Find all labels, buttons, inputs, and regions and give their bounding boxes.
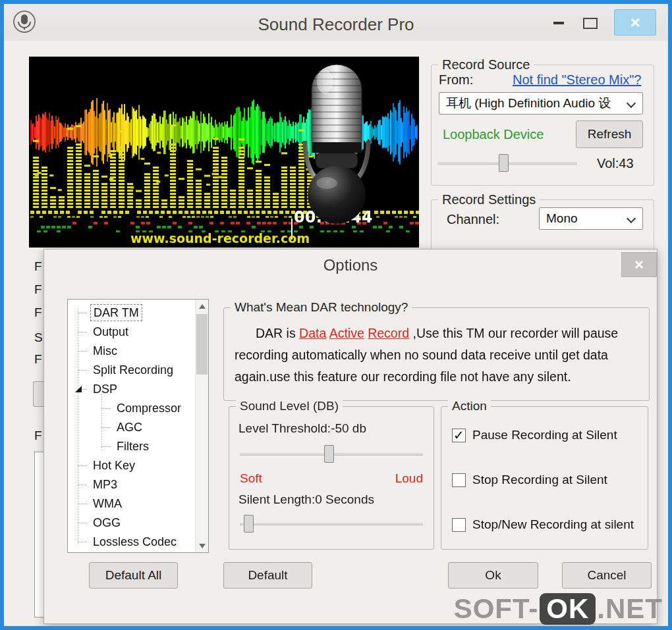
tree-item-hot-key[interactable]: Hot Key: [68, 456, 195, 475]
chevron-down-icon: [627, 99, 636, 108]
clipped-label: S: [34, 330, 43, 345]
tree-item-label: OGG: [90, 513, 123, 533]
close-button[interactable]: ×: [614, 9, 656, 36]
action-checkbox-row[interactable]: Stop/New Recording at silent: [452, 516, 642, 533]
default-all-button[interactable]: Default All: [89, 562, 178, 589]
action-group: Action ✓Pause Recording at SilentStop Re…: [441, 406, 648, 550]
tree-item-label: Hot Key: [90, 456, 138, 475]
silent-length-slider[interactable]: [240, 515, 423, 533]
level-threshold-slider[interactable]: [240, 445, 423, 463]
close-icon: ×: [630, 14, 640, 31]
triangle-up-icon: [199, 304, 206, 309]
default-button[interactable]: Default: [223, 562, 312, 589]
minimize-button[interactable]: [546, 13, 572, 33]
action-checkbox-row[interactable]: Stop Recording at Silent: [452, 471, 642, 488]
tree-item-mp3[interactable]: MP3: [68, 475, 195, 494]
channel-value: Mono: [546, 211, 578, 226]
clipped-label: F: [34, 429, 42, 443]
clipped-label: F: [34, 305, 42, 320]
tree-item-output[interactable]: Output: [68, 323, 195, 342]
silent-slider-thumb[interactable]: [244, 515, 254, 533]
record-source-title: Record Source: [438, 57, 534, 72]
scrollbar-down-arrow[interactable]: [196, 539, 208, 552]
maximize-button[interactable]: [576, 13, 605, 33]
options-dialog: Options × DAR TMOutputMiscSplit Recordin…: [43, 249, 658, 624]
ok-badge: OK: [540, 593, 596, 625]
tree-item-compressor[interactable]: Compressor: [68, 399, 195, 418]
triangle-down-icon: [199, 544, 206, 548]
clipped-label: F: [34, 282, 42, 297]
checkbox-unchecked[interactable]: [452, 518, 466, 532]
dar-word-active: Active: [329, 326, 364, 340]
silent-slider-track[interactable]: [240, 523, 423, 525]
dar-group-title: What's Mean DAR technology?: [231, 300, 412, 315]
close-icon: ×: [634, 255, 644, 274]
record-device-combo[interactable]: 耳机 (High Definition Audio 设: [439, 92, 643, 115]
tree-scrollbar[interactable]: [195, 300, 208, 552]
from-label: From:: [439, 72, 473, 88]
soft-label: Soft: [240, 471, 262, 486]
tree-item-ogg[interactable]: OGG: [68, 513, 195, 533]
tree-item-dar-tm[interactable]: DAR TM: [68, 303, 195, 323]
tree-item-agc[interactable]: AGC: [68, 418, 195, 437]
tree-item-label: Compressor: [114, 399, 184, 418]
refresh-button[interactable]: Refresh: [576, 120, 643, 148]
loud-label: Loud: [395, 471, 423, 486]
scrollbar-thumb[interactable]: [196, 314, 208, 375]
channel-combo[interactable]: Mono: [539, 207, 643, 230]
action-group-title: Action: [448, 399, 491, 413]
record-settings-title: Record Settings: [438, 192, 540, 207]
cancel-button[interactable]: Cancel: [562, 562, 652, 589]
minimize-icon: [553, 22, 564, 24]
sound-level-title: Sound Level (DB): [236, 399, 343, 413]
channel-label: Channel:: [447, 212, 499, 227]
volume-slider[interactable]: [437, 154, 577, 172]
dialog-title: Options: [44, 256, 657, 275]
microphone-image: [294, 63, 379, 228]
expanded-triangle-icon[interactable]: [75, 386, 82, 392]
chevron-down-icon: [627, 214, 636, 223]
tree-item-label: Output: [90, 323, 131, 342]
checkbox-unchecked[interactable]: [452, 473, 466, 487]
app-window: Sound Recorder Pro ×: [0, 0, 672, 630]
dar-word-record: Record: [368, 326, 409, 340]
tree-item-label: DSP: [90, 380, 120, 399]
record-device-value: 耳机 (High Definition Audio 设: [446, 95, 611, 112]
tree-item-label: DAR TM: [90, 304, 142, 321]
tree-item-wma[interactable]: WMA: [68, 494, 195, 513]
volume-slider-thumb[interactable]: [499, 154, 509, 172]
dialog-close-button[interactable]: ×: [621, 252, 657, 277]
volume-value-label: Vol:43: [597, 156, 634, 171]
dar-info-group: What's Mean DAR technology? DAR is Data …: [223, 307, 650, 401]
tree-item-label: Misc: [90, 342, 120, 361]
tree-item-filters[interactable]: Filters: [68, 437, 195, 456]
tree-item-lossless-codec[interactable]: Lossless Codec: [68, 533, 195, 552]
tree-item-label: AGC: [114, 418, 145, 437]
tree-item-split-recording[interactable]: Split Recording: [68, 361, 195, 380]
clipped-label: F: [34, 259, 42, 274]
silent-length-label: Silent Length:0 Seconds: [238, 492, 374, 507]
tree-item-label: Filters: [114, 437, 152, 456]
level-threshold-label: Level Threshold:-50 db: [238, 421, 366, 436]
tree-item-misc[interactable]: Misc: [68, 342, 195, 361]
tree-item-label: MP3: [90, 475, 120, 494]
maximize-icon: [583, 18, 598, 29]
options-tree: DAR TMOutputMiscSplit RecordingDSPCompre…: [67, 299, 209, 553]
ok-button[interactable]: Ok: [448, 562, 538, 589]
action-checkbox-row[interactable]: ✓Pause Recording at Silent: [452, 427, 642, 444]
tree-item-dsp[interactable]: DSP: [68, 380, 195, 399]
soft-ok-net-watermark: SOFT-OK.NET: [454, 593, 663, 625]
scrollbar-up-arrow[interactable]: [196, 300, 208, 313]
checkbox-checked[interactable]: ✓: [452, 429, 466, 442]
stereo-mix-link[interactable]: Not find "Stereo Mix"?: [513, 72, 641, 88]
titlebar: Sound Recorder Pro ×: [4, 4, 668, 41]
clipped-label: F: [34, 352, 42, 367]
waveform-display: [29, 57, 419, 248]
checkbox-label: Stop/New Recording at silent: [472, 517, 634, 532]
threshold-slider-thumb[interactable]: [324, 445, 334, 463]
checkbox-label: Stop Recording at Silent: [472, 473, 607, 487]
tree-item-label: Lossless Codec: [90, 533, 179, 552]
tree-item-label: WMA: [90, 494, 125, 513]
checkbox-label: Pause Recording at Silent: [472, 428, 617, 442]
dar-word-data: Data: [299, 326, 326, 340]
